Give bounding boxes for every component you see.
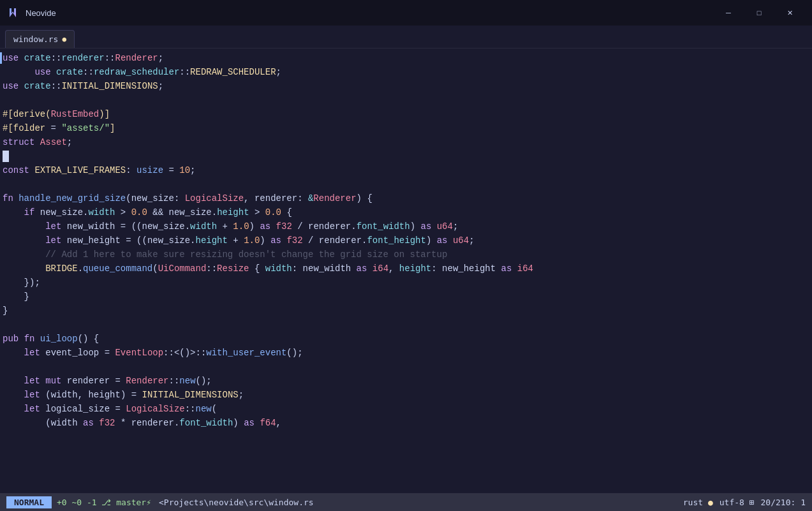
code-line [0,149,812,163]
code-line: let logical_size = LogicalSize::new( [0,402,812,416]
code-line: if new_size.width > 0.0 && new_size.heig… [0,205,812,219]
code-line [0,177,812,191]
tab-bar: window.rs ● [0,26,812,48]
file-path: <Projects\neovide\src\window.rs [159,498,314,507]
language-indicator: rust ● [683,498,713,507]
cursor-position: 20/210: 1 [761,498,806,507]
app-logo [8,6,20,19]
status-right-section: rust ● utf-8 ⊞ 20/210: 1 [683,498,806,507]
code-line: }); [0,276,812,290]
code-line: pub fn ui_loop() { [0,332,812,346]
maximize-button[interactable]: □ [744,3,774,23]
code-line: let mut renderer = Renderer::new(); [0,374,812,388]
code-line: use crate::INITIAL_DIMENSIONS; [0,79,812,93]
code-line [0,360,812,374]
code-line: let new_width = ((new_size.width + 1.0) … [0,219,812,233]
code-line: let event_loop = EventLoop::<()>::with_u… [0,346,812,360]
encoding-indicator: utf-8 ⊞ [720,498,755,507]
code-editor[interactable]: use crate::renderer::Renderer; use crate… [0,48,812,493]
minimize-button[interactable]: ─ [714,3,743,23]
code-line: let new_height = ((new_size.height + 1.0… [0,233,812,248]
code-line: } [0,304,812,318]
code-line: (width as f32 * renderer.font_width) as … [0,416,812,430]
code-line: #[derive(RustEmbed)] [0,107,812,121]
git-status: +0 ~0 -1 ⎇ master⚡ [57,498,151,507]
status-bar: NORMAL +0 ~0 -1 ⎇ master⚡ <Projects\neov… [0,493,812,511]
tab-window-rs[interactable]: window.rs ● [5,30,75,48]
code-line: use crate::redraw_scheduler::REDRAW_SCHE… [0,65,812,79]
close-button[interactable]: ✕ [775,3,804,23]
code-line: BRIDGE.queue_command(UiCommand::Resize {… [0,262,812,276]
tab-label: window.rs [13,34,58,44]
code-line: let (width, height) = INITIAL_DIMENSIONS… [0,388,812,402]
tab-modified-icon: ● [62,35,66,43]
app-title: Neovide [26,8,714,18]
code-line: // Add 1 here to make sure resizing does… [0,248,812,262]
code-line: #[folder = "assets/"] [0,121,812,135]
code-line: fn handle_new_grid_size(new_size: Logica… [0,191,812,205]
code-line [0,93,812,107]
vim-mode: NORMAL [6,496,52,508]
code-line: } [0,290,812,304]
code-line [0,318,812,332]
code-line: struct Asset; [0,135,812,149]
text-cursor [3,151,9,162]
window-controls: ─ □ ✕ [714,3,804,23]
code-line: use crate::renderer::Renderer; [0,51,812,65]
code-line: const EXTRA_LIVE_FRAMES: usize = 10; [0,163,812,177]
titlebar: Neovide ─ □ ✕ [0,0,812,26]
